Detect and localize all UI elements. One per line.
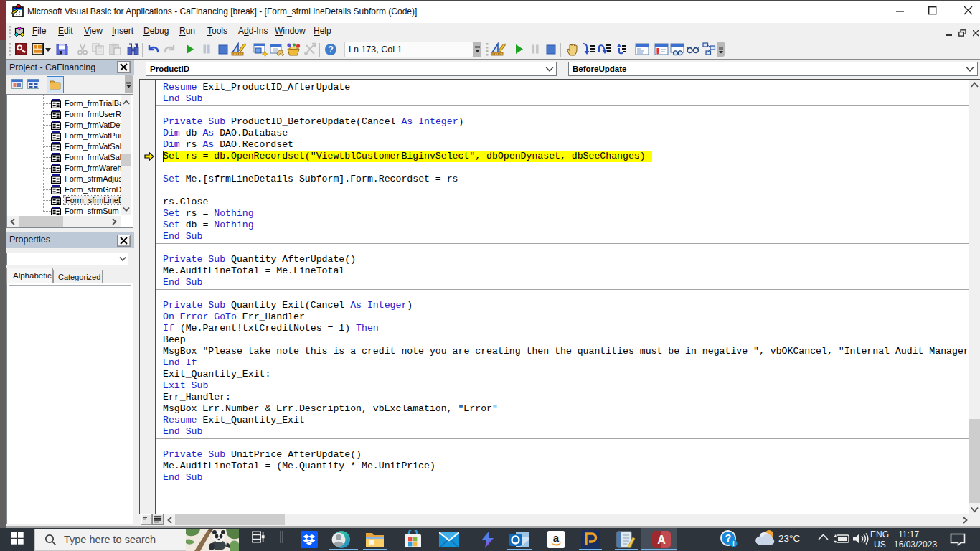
- svg-text:?: ?: [328, 44, 334, 55]
- svg-text:i: i: [732, 540, 734, 547]
- svg-text:a: a: [553, 532, 560, 544]
- svg-text:A: A: [657, 534, 666, 546]
